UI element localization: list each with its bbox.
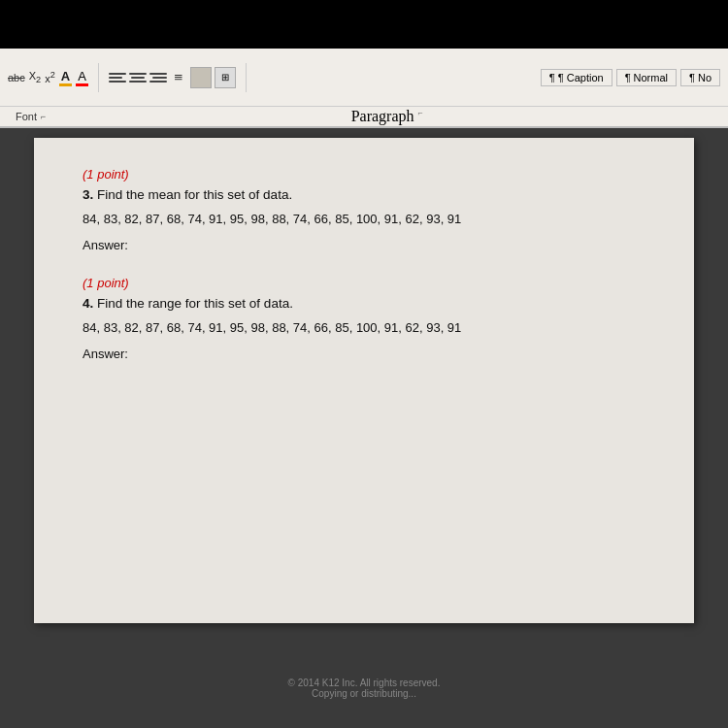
toolbar: abc X2 x2 A A ≡ ⊞ ¶ ¶ (0, 49, 728, 107)
paragraph-label: Paragraph (351, 108, 414, 125)
font-label-item: Font ⌐ (8, 111, 53, 122)
question-4-number: 4. (83, 296, 93, 311)
question-4-points: (1 point) (83, 276, 645, 290)
shading-button[interactable] (190, 67, 212, 88)
question-4-section: (1 point) 4. Find the range for this set… (83, 276, 645, 361)
x-superscript: x2 (45, 70, 55, 84)
question-4-text: 4. Find the range for this set of data. (83, 296, 645, 311)
question-4-data: 84, 83, 82, 87, 68, 74, 91, 95, 98, 88, … (83, 318, 645, 339)
font-color-a2[interactable]: A (76, 69, 88, 86)
doc-page: (1 point) 3. Find the mean for this set … (34, 138, 694, 623)
align-left-button[interactable] (109, 69, 126, 86)
pilcrow-caption: ¶ (549, 72, 555, 83)
no-label: No (698, 72, 711, 83)
no-style-button[interactable]: ¶ No (680, 69, 720, 86)
question-3-body: Find the mean for this set of data. (97, 187, 292, 202)
doc-area: (1 point) 3. Find the mean for this set … (0, 128, 728, 728)
abc-label: abc (8, 72, 25, 83)
font-controls: abc X2 x2 A A (8, 69, 88, 86)
caption-label: ¶ Caption (558, 72, 604, 83)
question-3-section: (1 point) 3. Find the mean for this set … (83, 167, 645, 252)
label-bar: Font ⌐ Paragraph ⌐ (0, 107, 728, 128)
question-4-answer: Answer: (83, 347, 645, 361)
screen: abc X2 x2 A A ≡ ⊞ ¶ ¶ (0, 49, 728, 728)
line-spacing-button[interactable]: ≡ (170, 69, 187, 86)
question-3-points: (1 point) (83, 167, 645, 182)
question-3-data: 84, 83, 82, 87, 68, 74, 91, 95, 98, 88, … (83, 210, 645, 230)
divider-1 (98, 63, 99, 92)
border-button[interactable]: ⊞ (215, 67, 236, 88)
paragraph-controls: ≡ ⊞ (109, 67, 236, 88)
divider-2 (246, 63, 247, 92)
font-launcher-icon[interactable]: ⌐ (41, 112, 46, 121)
font-color-a[interactable]: A (59, 69, 72, 86)
paragraph-launcher-icon[interactable]: ⌐ (418, 108, 423, 125)
footer-note: Copying or distributing... (288, 688, 441, 699)
footer: © 2014 K12 Inc. All rights reserved. Cop… (288, 678, 441, 699)
styles-section: ¶ ¶ Caption ¶ Normal ¶ No (541, 69, 720, 86)
pilcrow-no: ¶ (689, 72, 695, 83)
font-label: Font (16, 111, 37, 122)
question-3-answer: Answer: (83, 238, 645, 252)
footer-copyright: © 2014 K12 Inc. All rights reserved. (288, 678, 441, 688)
question-3-number: 3. (83, 187, 93, 202)
caption-style-button[interactable]: ¶ ¶ Caption (541, 69, 612, 86)
align-center-button[interactable] (129, 69, 147, 86)
pilcrow-normal: ¶ (625, 72, 631, 83)
x-subscript: X2 (29, 70, 41, 84)
normal-style-button[interactable]: ¶ Normal (616, 69, 677, 86)
paragraph-label-item: Paragraph ⌐ (53, 108, 720, 125)
question-3-text: 3. Find the mean for this set of data. (83, 187, 645, 202)
question-4-body: Find the range for this set of data. (97, 296, 293, 311)
align-right-button[interactable] (149, 69, 167, 86)
normal-label: Normal (634, 72, 668, 83)
